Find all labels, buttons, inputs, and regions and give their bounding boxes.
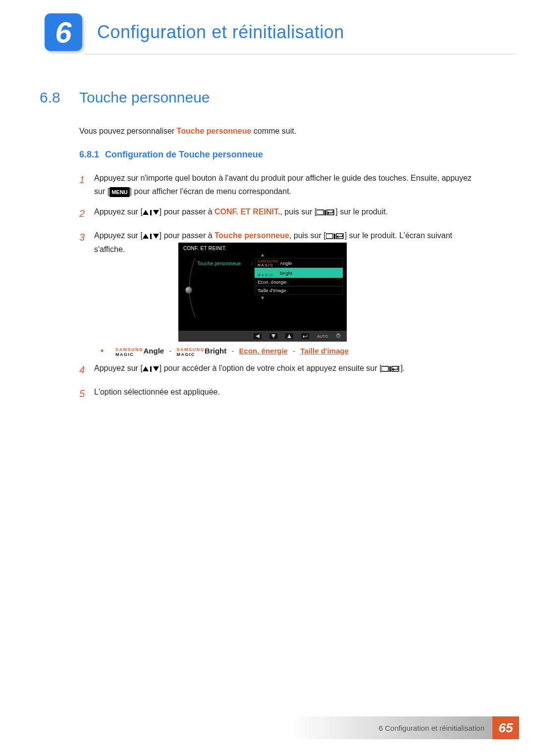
osd-colon: : [251,261,253,266]
svg-marker-0 [143,210,149,215]
svg-marker-17 [303,335,304,338]
osd-option-angle: SAMSUNG MAGIC Angle [255,258,343,268]
osd-back-icon [254,333,262,339]
text: Appuyez sur [ [94,231,143,240]
text: , puis sur [ [289,231,326,240]
text: ]. [400,364,405,372]
samsung-label: SAMSUNG [258,259,278,263]
source-enter-icon [317,209,335,215]
option-text: Bright [280,270,292,276]
keyword: Touche personneue [214,231,289,240]
svg-marker-14 [256,334,260,338]
osd-title: CONF. ET REINIT. [178,243,347,253]
link-taille-image[interactable]: Taille d'image [300,347,349,355]
intro-pre: Vous pouvez personnaliser [79,127,177,135]
text: ] sur le produit. [335,207,388,216]
document-page: 6 Configuration et réinitialisation 6.8 … [0,0,535,756]
section-heading: 6.8 Touche personneue [40,89,495,106]
bullet-body: SAMSUNG MAGIC Angle - SAMSUNG MAGIC Brig… [115,347,349,356]
option-angle: Angle [144,347,164,355]
osd-body: Touche personneue : SAMSUNG MAGIC Angle … [178,257,347,295]
intro-keyword: Touche personneue [177,127,252,135]
text: Appuyez sur [ [94,207,143,216]
intro-text: Vous pouvez personnaliser Touche personn… [79,125,481,138]
intro-post: comme suit. [251,127,296,135]
link-econ-energie[interactable]: Econ. énergie [239,347,288,355]
keyword: CONF. ET REINIT. [214,207,280,216]
text: L'option sélectionnée est appliquée. [94,388,220,396]
option-text: Econ. énergie [258,279,287,285]
magic-label: MAGIC [115,352,134,357]
section-number: 6.8 [40,89,79,106]
options-bullet: • SAMSUNG MAGIC Angle - SAMSUNG MAGIC Br… [98,347,481,356]
svg-rect-24 [389,366,391,372]
svg-marker-20 [143,366,149,371]
step-body: L'option sélectionnée est appliquée. [94,385,481,402]
option-text: Taille d'image [258,287,286,294]
step-number: 5 [79,385,94,402]
osd-screenshot: CONF. ET REINIT. ▲ Touche personneue : S… [178,243,347,342]
separator: - [228,347,237,355]
samsung-label: SAMSUNG [258,269,278,273]
osd-down-icon [269,333,277,339]
svg-marker-2 [153,210,159,215]
subsection-number: 6.8.1 [79,150,105,160]
text: ] pour passer à [160,231,214,240]
up-down-arrow-icon [143,233,160,239]
svg-rect-4 [324,210,326,215]
separator: - [290,347,298,355]
section-title: Touche personneue [79,89,210,106]
svg-marker-22 [153,366,159,371]
step-body: Appuyez sur n'importe quel bouton à l'av… [94,171,481,198]
header-rule [84,54,515,54]
svg-rect-10 [326,234,333,239]
up-down-arrow-icon [143,209,160,215]
magic-label: MAGIC [258,273,274,277]
step-body: Appuyez sur [] pour accéder à l'option d… [94,361,481,378]
subsection-heading: 6.8.1 Configuration de Touche personneue [79,150,263,160]
svg-rect-11 [334,234,335,239]
svg-rect-1 [150,210,152,215]
step-number: 2 [79,205,94,222]
source-enter-icon [381,366,400,372]
osd-enter-icon [301,333,309,339]
osd-option-bright-selected: SAMSUNG MAGIC Bright [255,268,343,278]
page-footer: 6 Configuration et réinitialisation 65 [45,716,519,739]
svg-marker-9 [153,234,159,239]
subsection-title: Configuration de Touche personneue [105,150,263,160]
separator: - [166,347,174,355]
option-text: Angle [280,260,292,266]
osd-scroll-up-icon: ▲ [178,253,347,257]
chapter-title: Configuration et réinitialisation [97,22,344,43]
step-5: 5 L'option sélectionnée est appliquée. [79,385,481,402]
step-number: 4 [79,361,94,378]
footer-bar: 6 Configuration et réinitialisation [45,716,492,739]
up-down-arrow-icon [143,366,160,372]
chapter-header: 6 Configuration et réinitialisation [45,10,515,54]
option-bright: Bright [205,347,226,355]
step-1: 1 Appuyez sur n'importe quel bouton à l'… [79,171,481,198]
svg-rect-23 [381,366,388,371]
text: , puis sur [ [280,207,317,216]
text: ] pour accéder à l'option de votre choix… [160,364,382,372]
svg-rect-3 [317,210,323,215]
menu-icon: MENU [109,187,129,198]
step-4: 4 Appuyez sur [] pour accéder à l'option… [79,361,481,378]
steps-list-2: 4 Appuyez sur [] pour accéder à l'option… [79,361,481,409]
osd-power-icon [336,333,341,339]
step-number: 1 [79,171,94,198]
svg-rect-21 [150,366,152,372]
svg-marker-7 [143,234,149,239]
svg-marker-15 [271,334,275,338]
osd-up-icon [285,333,293,339]
svg-marker-16 [287,334,291,338]
osd-left-pane: Touche personneue : [182,258,251,295]
text: ] pour afficher l'écran de menu correspo… [130,187,292,196]
step-body: Appuyez sur [] pour passer à CONF. ET RE… [94,205,481,222]
magic-label: MAGIC [258,263,274,267]
chapter-number-badge: 6 [45,13,82,51]
osd-option-taille: Taille d'image [255,286,343,295]
osd-indicator-dot [185,287,192,294]
osd-scroll-down-icon: ▼ [178,296,347,301]
chapter-number: 6 [55,15,71,50]
